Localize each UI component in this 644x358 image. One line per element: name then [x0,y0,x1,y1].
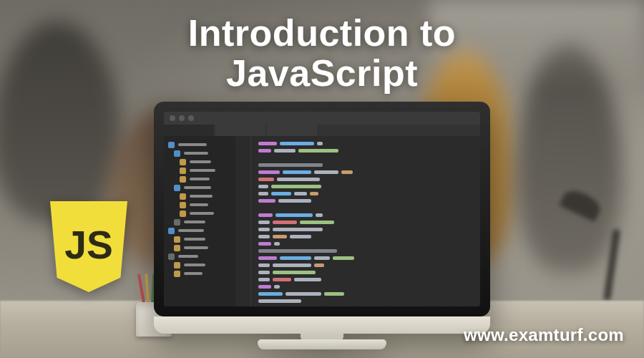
page-title: Introduction to JavaScript [0,13,644,93]
code-line [258,169,473,175]
code-token [310,192,318,195]
code-token [317,142,323,145]
folder-icon [168,142,175,148]
ide-gutter [235,136,251,306]
filetree-item [164,140,235,149]
code-token [258,299,301,303]
ide-filetree [164,136,235,306]
code-token [275,213,313,217]
code-token [300,221,334,224]
filetree-item [164,269,235,278]
code-token [273,228,323,231]
window-control-dot [188,115,194,121]
filetree-label [178,229,204,232]
code-token [333,256,354,260]
filetree-item [164,261,235,269]
filetree-label [184,263,205,266]
file-icon [174,245,180,251]
code-line [258,291,473,296]
code-line [258,212,473,218]
filetree-label [184,221,205,223]
site-watermark: www.examturf.com [464,325,624,345]
filetree-item [164,200,235,209]
code-token [341,170,353,174]
code-line [258,147,473,153]
code-token [258,242,271,246]
ide-workspace [164,136,480,306]
filetree-item [164,235,235,243]
code-token [274,285,280,289]
filetree-label [184,186,211,189]
monitor-bezel [154,102,490,316]
code-token [294,192,307,195]
filetree-item [164,252,235,261]
file-icon [174,262,180,268]
filetree-item [164,209,235,218]
folder-icon [168,228,175,234]
filetree-label [190,195,213,198]
code-line [258,140,473,146]
file-icon [174,236,180,243]
filetree-label [184,246,208,249]
javascript-logo-icon: JS [46,198,132,295]
file-icon [174,271,180,277]
ide-tabstrip [164,125,480,136]
file-icon [180,176,186,183]
code-line [258,233,473,239]
folder-icon [174,150,180,157]
code-token [278,199,311,203]
window-control-dot [170,115,175,121]
code-line [258,183,473,189]
file-icon [180,168,186,174]
code-token [280,256,311,260]
code-token [294,278,321,281]
ide-window [164,112,480,306]
filetree-item [164,243,235,252]
code-token [271,192,291,195]
code-token [314,256,330,260]
filetree-label [190,178,210,180]
code-token [273,271,316,274]
filetree-label [178,255,198,258]
code-token [258,235,270,238]
filetree-item [164,183,235,192]
file-icon [180,211,186,217]
ide-tab [215,125,265,136]
ide-titlebar [164,112,480,125]
code-line [258,176,473,182]
desk-lamp [544,186,623,301]
code-line [258,162,473,168]
code-line [258,241,473,246]
filetree-label [190,203,208,206]
code-token [258,142,277,145]
code-line [258,190,473,196]
filetree-label [184,272,203,275]
code-line [258,198,473,203]
code-line [258,255,473,261]
filetree-item [164,192,235,200]
code-token [314,170,338,174]
code-token [258,221,270,224]
code-token [258,292,283,296]
computer-monitor [154,102,490,349]
file-icon [180,202,186,208]
folder-icon [174,185,180,191]
filetree-item [164,166,235,175]
code-line [258,276,473,282]
filetree-item [164,175,235,183]
code-token [258,249,337,253]
code-token [273,235,287,238]
filetree-label [184,238,205,241]
code-token [258,271,270,274]
code-line [258,155,473,160]
folder-closed-icon [168,253,175,260]
code-token [258,199,275,203]
filetree-label [184,152,208,155]
code-token [258,163,323,167]
code-line [258,205,473,211]
code-token [258,278,270,281]
code-token [258,149,271,153]
code-token [286,292,321,296]
code-line [258,219,473,225]
code-token [258,285,271,289]
